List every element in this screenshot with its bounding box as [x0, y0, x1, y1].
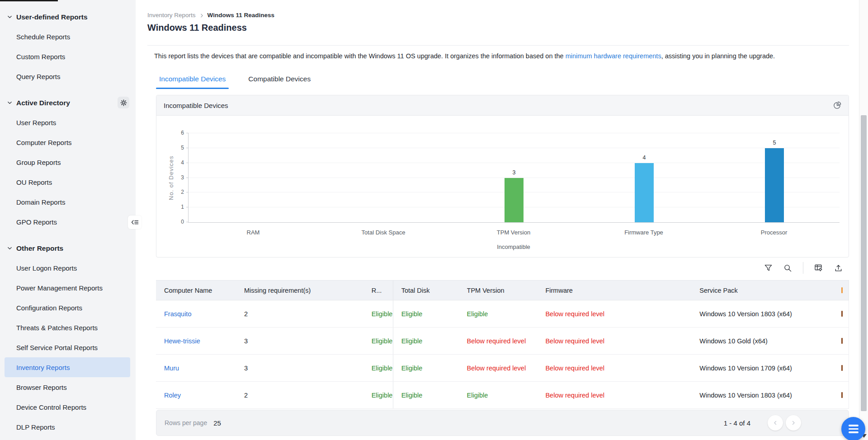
- scrollbar-thumb[interactable]: [861, 115, 867, 411]
- report-description: This report lists the devices that are c…: [154, 51, 846, 61]
- search-icon: [783, 264, 792, 272]
- sidebar-item-device-control-reports[interactable]: Device Control Reports: [0, 397, 136, 417]
- clipped-column-text: [841, 392, 843, 398]
- sidebar-item-computer-reports[interactable]: Computer Reports: [0, 132, 136, 152]
- window-edge-artifact: [0, 0, 58, 1]
- sidebar-item-user-logon-reports[interactable]: User Logon Reports: [0, 258, 136, 278]
- chevron-left-icon: [773, 420, 778, 426]
- sidebar-item-dlp-reports[interactable]: DLP Reports: [0, 417, 136, 437]
- pie-chart-icon: [833, 101, 841, 110]
- clipped-column-text: [841, 338, 843, 344]
- report-tabs: Incompatible DevicesCompatible Devices: [156, 75, 314, 89]
- minimum-hardware-requirements-link[interactable]: minimum hardware requirements: [566, 52, 661, 60]
- sidebar-item-schedule-reports[interactable]: Schedule Reports: [0, 27, 136, 47]
- bar-tpm-version[interactable]: 3: [505, 178, 524, 223]
- sidebar-section-active-directory[interactable]: Active Directory: [0, 93, 136, 112]
- cell-computer-name: Frasquito: [156, 300, 244, 327]
- table-header-row: Computer NameMissing requirement(s)R...T…: [156, 280, 849, 300]
- column-header-service-pack[interactable]: Service Pack: [699, 281, 838, 300]
- app-root: User-defined ReportsSchedule ReportsCust…: [0, 0, 868, 440]
- column-header-missing-requirement-s[interactable]: Missing requirement(s): [244, 281, 372, 300]
- sidebar-item-query-reports[interactable]: Query Reports: [0, 66, 136, 86]
- computer-name-link[interactable]: Roley: [164, 392, 181, 399]
- column-header-r[interactable]: R...: [372, 281, 393, 300]
- collapse-sidebar-icon: [131, 219, 139, 225]
- bar-slot-processor: 5: [709, 133, 840, 222]
- chevron-right-icon: [791, 420, 796, 426]
- table-row-hewe-trissie: Hewe-trissie3EligibleEligibleBelow requi…: [156, 328, 849, 355]
- breadcrumb-inventory-reports[interactable]: Inventory Reports: [147, 12, 196, 19]
- bar-processor[interactable]: 5: [765, 148, 784, 222]
- cell-ram-status: Eligible: [372, 300, 393, 327]
- incompatible-devices-chart-card: Incompatible Devices No. of Devices 0123…: [156, 95, 849, 257]
- sidebar-item-domain-reports[interactable]: Domain Reports: [0, 192, 136, 212]
- cell-total-disk-status: Eligible: [393, 382, 467, 408]
- sidebar-item-custom-reports[interactable]: Custom Reports: [0, 47, 136, 66]
- column-settings-button[interactable]: [814, 263, 823, 272]
- cell-firmware-status: Below required level: [545, 300, 699, 327]
- tab-compatible-devices[interactable]: Compatible Devices: [245, 75, 314, 89]
- x-axis-category-labels: RAMTotal Disk SpaceTPM VersionFirmware T…: [188, 229, 839, 236]
- table-row-roley: Roley2EligibleEligibleEligibleBelow requ…: [156, 382, 849, 409]
- tab-incompatible-devices[interactable]: Incompatible Devices: [156, 75, 229, 89]
- chevron-right-icon: [199, 13, 204, 18]
- clipped-column-text: [841, 287, 843, 293]
- sidebar-item-threats-patches-reports[interactable]: Threats & Patches Reports: [0, 318, 136, 337]
- sidebar-item-self-service-portal-reports[interactable]: Self Service Portal Reports: [0, 337, 136, 357]
- cell-overflow: [838, 300, 849, 327]
- cell-firmware-status: Below required level: [545, 355, 699, 381]
- computer-name-link[interactable]: Muru: [164, 365, 179, 372]
- sidebar-sections: User-defined ReportsSchedule ReportsCust…: [0, 0, 136, 437]
- devices-table: Computer NameMissing requirement(s)R...T…: [156, 280, 849, 409]
- column-header-firmware[interactable]: Firmware: [545, 281, 699, 300]
- sidebar-section-user-defined-reports[interactable]: User-defined Reports: [0, 7, 136, 27]
- filter-button[interactable]: [764, 264, 773, 272]
- cell-computer-name: Muru: [156, 355, 244, 381]
- quick-actions-fab[interactable]: [841, 417, 865, 440]
- y-axis-label: No. of Devices: [166, 133, 175, 222]
- previous-page-button[interactable]: [768, 415, 783, 431]
- cell-ram-status: Eligible: [372, 382, 393, 408]
- y-tick-label: 3: [181, 174, 184, 181]
- column-header-tpm-version[interactable]: TPM Version: [467, 281, 546, 300]
- column-header-computer-name[interactable]: Computer Name: [156, 281, 244, 300]
- cell-ram-status: Eligible: [372, 355, 393, 381]
- sidebar-item-gpo-reports[interactable]: GPO Reports: [0, 212, 136, 232]
- rows-per-page-value[interactable]: 25: [213, 419, 221, 427]
- export-upload-icon: [834, 264, 843, 272]
- sidebar-item-ou-reports[interactable]: OU Reports: [0, 172, 136, 192]
- sidebar-item-group-reports[interactable]: Group Reports: [0, 152, 136, 172]
- sidebar-section-label: Active Directory: [16, 98, 70, 108]
- clipped-column-text: [841, 311, 843, 317]
- sidebar-item-user-reports[interactable]: User Reports: [0, 112, 136, 132]
- sidebar: User-defined ReportsSchedule ReportsCust…: [0, 0, 136, 440]
- cell-service-pack: Windows 10 Version 1709 (x64): [699, 355, 838, 381]
- cell-ram-status: Eligible: [372, 328, 393, 354]
- sidebar-item-configuration-reports[interactable]: Configuration Reports: [0, 298, 136, 318]
- search-button[interactable]: [783, 264, 792, 272]
- sidebar-item-inventory-reports[interactable]: Inventory Reports: [5, 357, 130, 377]
- table-row-frasquito: Frasquito2EligibleEligibleEligibleBelow …: [156, 300, 849, 328]
- y-tick-label: 6: [181, 130, 184, 136]
- pie-chart-view-button[interactable]: [833, 101, 841, 110]
- computer-name-link[interactable]: Hewe-trissie: [164, 337, 200, 345]
- next-page-button[interactable]: [786, 415, 801, 431]
- cell-missing-requirements: 3: [244, 328, 372, 354]
- sidebar-section-other-reports[interactable]: Other Reports: [0, 238, 136, 258]
- column-header-overflow: [838, 281, 849, 300]
- cell-computer-name: Hewe-trissie: [156, 328, 244, 354]
- export-button[interactable]: [834, 264, 843, 272]
- computer-name-link[interactable]: Frasquito: [164, 310, 191, 318]
- sidebar-item-power-management-reports[interactable]: Power Management Reports: [0, 278, 136, 298]
- sidebar-collapse-button[interactable]: [128, 215, 142, 229]
- bars-layer: 345: [189, 133, 840, 222]
- title-divider: [147, 45, 849, 46]
- category-label-ram: RAM: [188, 229, 318, 236]
- bar-firmware-type[interactable]: 4: [635, 163, 654, 222]
- column-header-total-disk[interactable]: Total Disk: [393, 281, 467, 300]
- filter-funnel-icon: [764, 264, 773, 272]
- category-label-firmware-type: Firmware Type: [579, 229, 709, 236]
- bar-chart: No. of Devices 0123456345 RAMTotal Disk …: [156, 116, 849, 257]
- sidebar-item-browser-reports[interactable]: Browser Reports: [0, 377, 136, 397]
- active-directory-settings-button[interactable]: [118, 97, 129, 108]
